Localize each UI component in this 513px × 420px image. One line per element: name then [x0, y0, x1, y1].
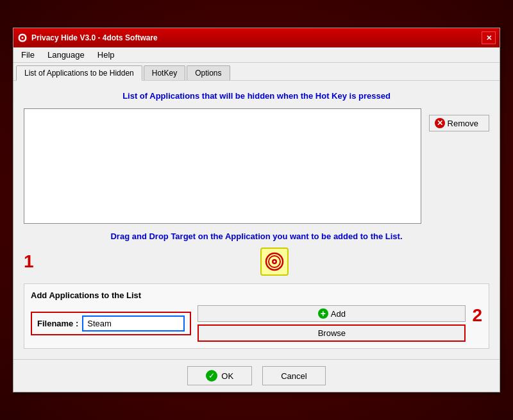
remove-panel: ✕ Remove [429, 108, 489, 224]
add-section-title: Add Applications to the List [31, 290, 482, 300]
svg-point-2 [22, 37, 24, 39]
cancel-label: Cancel [281, 371, 307, 381]
list-remove-row: ✕ Remove [24, 108, 489, 224]
content-area: List of Applications that will be hidden… [13, 81, 500, 359]
remove-label: Remove [448, 119, 478, 128]
browse-label: Browse [318, 328, 346, 338]
ok-label: OK [221, 371, 233, 381]
add-browse-buttons: + Add Browse [198, 305, 466, 342]
menu-file[interactable]: File [16, 49, 40, 61]
main-window: Privacy Hide V3.0 - 4dots Software ✕ Fil… [13, 28, 500, 392]
applications-list[interactable] [24, 108, 421, 224]
menubar: File Language Help [13, 47, 500, 63]
title-bar: Privacy Hide V3.0 - 4dots Software ✕ [13, 28, 500, 47]
close-button[interactable]: ✕ [482, 31, 496, 44]
tabs-bar: List of Applications to be Hidden HotKey… [13, 63, 500, 81]
remove-button[interactable]: ✕ Remove [429, 115, 489, 131]
add-button[interactable]: + Add [198, 305, 466, 322]
add-row: Filename : + Add Browse 2 [31, 305, 482, 342]
tab-options[interactable]: Options [187, 65, 230, 80]
app-icon [17, 33, 28, 43]
add-label: Add [331, 309, 346, 319]
menu-help[interactable]: Help [92, 49, 120, 61]
ok-button[interactable]: ✓ OK [187, 366, 252, 385]
step2-label: 2 [472, 305, 482, 326]
drag-middle-area: 1 [24, 248, 489, 276]
ok-icon: ✓ [206, 370, 217, 382]
step1-label: 1 [24, 251, 34, 272]
section-title: List of Applications that will be hidden… [24, 91, 489, 101]
drag-drop-section: Drag and Drop Target on the Application … [24, 231, 489, 276]
browse-button[interactable]: Browse [198, 324, 466, 342]
cancel-button[interactable]: Cancel [262, 366, 325, 385]
filename-input[interactable] [82, 315, 185, 332]
svg-point-6 [273, 261, 275, 263]
footer: ✓ OK Cancel [13, 359, 500, 392]
filename-label: Filename : [37, 319, 78, 328]
remove-icon: ✕ [435, 118, 445, 128]
drag-title: Drag and Drop Target on the Application … [24, 231, 489, 241]
tab-hotkey[interactable]: HotKey [144, 65, 185, 80]
add-icon: + [318, 308, 328, 319]
filename-label-box: Filename : [31, 312, 191, 335]
tab-list-applications[interactable]: List of Applications to be Hidden [16, 65, 142, 81]
drag-target-icon[interactable] [260, 248, 289, 276]
menu-language[interactable]: Language [42, 49, 90, 61]
title-bar-buttons: ✕ [482, 31, 496, 44]
add-applications-section: Add Applications to the List Filename : … [24, 283, 489, 349]
window-title: Privacy Hide V3.0 - 4dots Software [31, 33, 482, 42]
